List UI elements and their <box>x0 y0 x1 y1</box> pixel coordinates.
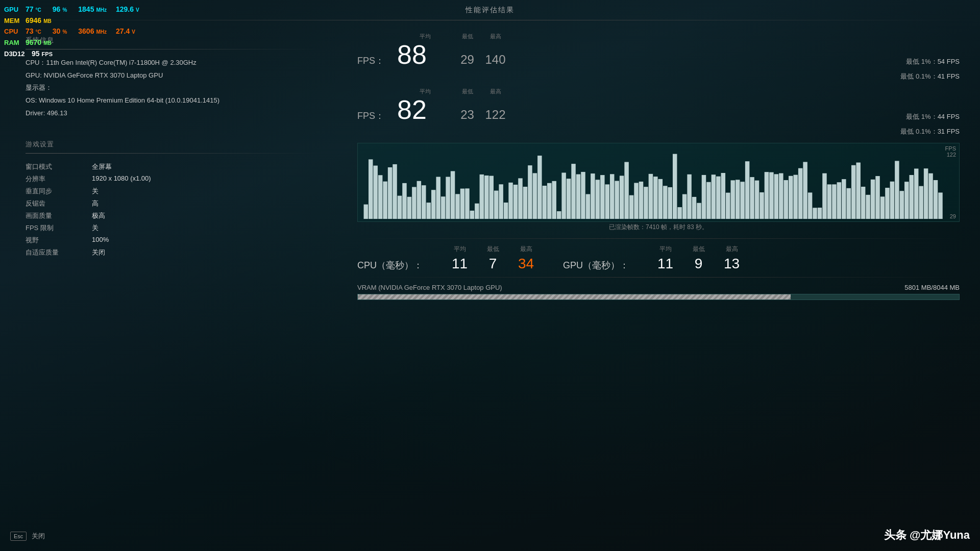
close-text[interactable]: 关闭 <box>32 532 45 541</box>
svg-rect-105 <box>871 180 875 219</box>
timing-max-header2: 最高 <box>715 245 748 254</box>
svg-rect-3 <box>378 176 382 219</box>
svg-rect-52 <box>615 181 619 219</box>
svg-rect-8 <box>402 183 406 219</box>
svg-rect-79 <box>745 162 749 219</box>
timing-avg-header: 平均 <box>443 245 476 254</box>
settings-value: 关 <box>92 222 322 234</box>
driver-info-line: Driver: 496.13 <box>26 107 322 120</box>
gpu-load: 96 <box>53 4 61 15</box>
svg-rect-55 <box>629 195 633 219</box>
svg-rect-77 <box>736 180 740 219</box>
timing-section: 平均 最低 最高 CPU（毫秒）： 11 7 34 平均 最低 最高 <box>357 241 960 275</box>
svg-rect-4 <box>383 182 387 219</box>
svg-rect-45 <box>581 172 585 219</box>
timing-min-header2: 最低 <box>682 245 715 254</box>
gpu-info-line: GPU: NVIDIA GeForce RTX 3070 Laptop GPU <box>26 69 322 82</box>
svg-rect-34 <box>528 166 532 219</box>
left-panel: 系统信息 CPU：11th Gen Intel(R) Core(TM) i7-1… <box>0 20 347 551</box>
settings-row: 垂直同步关 <box>26 185 322 197</box>
settings-value: 极高 <box>92 210 322 222</box>
svg-rect-44 <box>576 174 580 219</box>
vram-section: VRAM (NVIDIA GeForce RTX 3070 Laptop GPU… <box>357 280 960 302</box>
svg-rect-84 <box>769 172 773 219</box>
svg-rect-7 <box>398 196 402 219</box>
svg-rect-26 <box>489 176 494 219</box>
svg-rect-53 <box>620 176 624 219</box>
svg-rect-109 <box>890 182 894 219</box>
display-label-line: 显示器： <box>26 82 322 94</box>
mem-val: 6946 <box>26 15 41 27</box>
d3d-fps: 95 <box>32 48 40 60</box>
game-settings-block: 游戏设置 窗口模式全屏幕分辨率1920 x 1080 (x1.00)垂直同步关反… <box>26 140 322 259</box>
vram-label: VRAM (NVIDIA GeForce RTX 3070 Laptop GPU… <box>357 284 502 291</box>
svg-rect-13 <box>427 203 431 219</box>
timing-max-header: 最高 <box>509 245 543 254</box>
svg-rect-92 <box>808 193 812 219</box>
svg-rect-57 <box>639 182 643 219</box>
svg-rect-30 <box>508 183 512 219</box>
svg-rect-58 <box>644 187 648 219</box>
settings-value: 980 x 551 (x1.00) <box>92 173 322 185</box>
svg-rect-6 <box>393 164 397 219</box>
svg-rect-98 <box>837 183 841 219</box>
settings-label: 分辨率 <box>26 173 92 185</box>
main-content: 系统信息 CPU：11th Gen Intel(R) Core(TM) i7-1… <box>0 20 980 551</box>
svg-rect-62 <box>663 186 667 219</box>
svg-rect-14 <box>431 190 435 219</box>
svg-rect-38 <box>547 183 551 219</box>
settings-row: 反锯齿高 <box>26 197 322 210</box>
fps1-low1-label: 最低 1%： <box>906 58 937 65</box>
cpu-timing-max: 34 <box>509 256 543 272</box>
svg-rect-16 <box>441 197 445 219</box>
gpu-timing-avg: 11 <box>649 256 682 272</box>
svg-rect-106 <box>875 176 879 219</box>
settings-row: 视野100% <box>26 234 322 246</box>
vram-bar-fill <box>358 294 791 299</box>
cpu-timing-min: 7 <box>476 256 509 272</box>
title-divider <box>0 20 980 20</box>
svg-rect-2 <box>373 166 377 219</box>
svg-rect-37 <box>543 186 547 219</box>
svg-rect-19 <box>455 194 459 219</box>
svg-rect-17 <box>446 177 450 219</box>
svg-rect-102 <box>856 163 860 219</box>
fps2-avg-header: 平均 <box>397 88 453 95</box>
svg-rect-64 <box>673 154 677 219</box>
chart-val-bot: 29 <box>950 213 956 219</box>
svg-rect-118 <box>934 180 938 219</box>
fps2-low1-label: 最低 1%： <box>906 113 937 120</box>
svg-rect-20 <box>460 189 464 219</box>
svg-rect-49 <box>600 175 604 219</box>
gpu-timing-group: 平均 最低 最高 GPU（毫秒）： 11 9 13 <box>563 245 748 272</box>
svg-rect-70 <box>702 175 706 219</box>
svg-rect-29 <box>504 203 508 219</box>
svg-rect-101 <box>851 165 855 219</box>
svg-rect-63 <box>668 187 672 219</box>
svg-rect-94 <box>818 208 822 219</box>
svg-rect-110 <box>895 161 899 219</box>
vram-bar-bg <box>357 294 960 300</box>
fps2-min-header: 最低 <box>453 88 481 95</box>
cpu-timing-group: 平均 最低 最高 CPU（毫秒）： 11 7 34 <box>357 245 543 272</box>
svg-rect-12 <box>422 186 426 219</box>
gpu-temp: 77 <box>26 4 34 15</box>
svg-rect-73 <box>716 177 720 219</box>
svg-rect-24 <box>480 174 484 219</box>
settings-label: 窗口模式 <box>26 161 92 173</box>
fps1-avg-val: 88 <box>397 41 453 68</box>
fps2-max-header: 最高 <box>481 88 509 95</box>
svg-rect-111 <box>900 191 904 219</box>
fps2-label: FPS： <box>357 110 397 122</box>
settings-row: 窗口模式全屏幕 <box>26 161 322 173</box>
h-divider-2 <box>357 277 960 278</box>
svg-rect-21 <box>465 189 469 219</box>
svg-rect-103 <box>861 187 865 219</box>
svg-rect-71 <box>706 182 710 219</box>
svg-rect-61 <box>658 179 663 219</box>
svg-rect-54 <box>624 162 628 219</box>
svg-rect-85 <box>774 174 778 219</box>
fps2-low01-label: 最低 0.1%： <box>900 128 937 135</box>
svg-rect-93 <box>813 208 817 219</box>
svg-rect-41 <box>561 173 566 219</box>
